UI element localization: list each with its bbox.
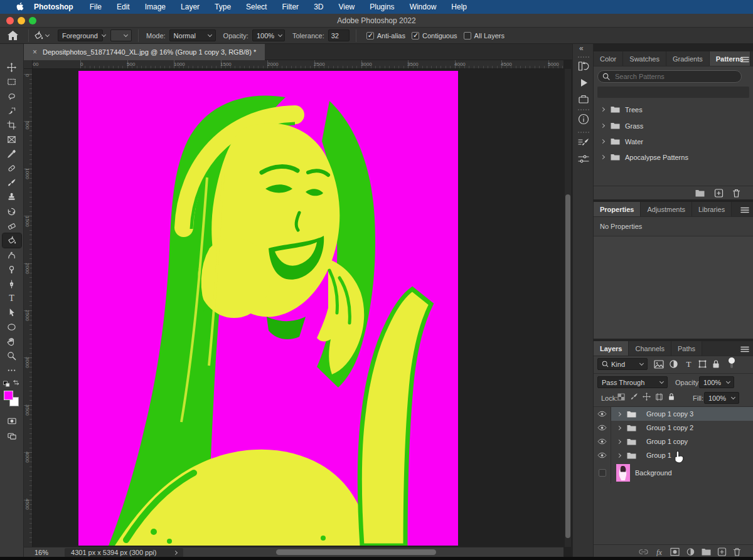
menu-item-file[interactable]: File (90, 3, 102, 11)
tab-adjustments[interactable]: Adjustments (641, 202, 692, 216)
trash-icon[interactable] (732, 189, 741, 198)
type-tool[interactable]: T (3, 291, 21, 305)
spot-healing-brush-tool[interactable] (3, 161, 21, 176)
chevron-right-icon[interactable] (601, 107, 605, 112)
lock-transparency-icon[interactable] (617, 393, 625, 401)
new-adjustment-layer-icon[interactable] (686, 547, 695, 556)
lock-artboard-icon[interactable] (655, 393, 663, 401)
fill-source-dropdown[interactable]: Foreground (58, 29, 103, 41)
blend-mode-dropdown[interactable]: Pass Through (597, 376, 668, 388)
pattern-picker-dropdown[interactable] (110, 29, 132, 41)
chevron-right-icon[interactable] (601, 155, 605, 159)
tolerance-input[interactable] (328, 29, 350, 41)
chevron-right-icon[interactable] (601, 139, 605, 144)
new-pattern-icon[interactable] (714, 189, 724, 198)
menu-item-help[interactable]: Help (451, 3, 467, 11)
all-layers-checkbox[interactable] (464, 32, 471, 40)
visibility-toggle[interactable] (594, 421, 611, 435)
filter-smart-objects-icon[interactable] (712, 359, 720, 369)
object-selection-tool[interactable] (3, 103, 21, 118)
crop-tool[interactable] (3, 118, 21, 132)
lasso-tool[interactable] (3, 89, 21, 103)
layer-filter-kind-dropdown[interactable]: Kind (597, 358, 648, 370)
quick-mask-button[interactable] (3, 414, 21, 428)
opacity-dropdown[interactable]: 100% (252, 29, 285, 41)
lock-position-icon[interactable] (643, 393, 651, 401)
menu-item-filter[interactable]: Filter (282, 3, 299, 11)
visibility-toggle[interactable] (594, 435, 611, 448)
tool-preset-chevron-icon[interactable] (45, 33, 50, 37)
menu-item-window[interactable]: Window (410, 3, 437, 11)
menu-item-3d[interactable]: 3D (314, 3, 323, 11)
mode-dropdown[interactable]: Normal (169, 29, 216, 41)
brush-tool[interactable] (3, 176, 21, 190)
contiguous-checkbox[interactable] (412, 32, 419, 40)
clone-stamp-tool[interactable] (3, 190, 21, 204)
pattern-folder-row[interactable]: Apocalypse Patterns (594, 149, 753, 165)
layer-filter-toggle[interactable] (727, 357, 737, 369)
actions-panel-icon[interactable] (577, 77, 590, 89)
layer-effects-icon[interactable]: fx (654, 547, 664, 556)
visibility-toggle[interactable] (594, 448, 611, 462)
layer-row-background[interactable]: Background (594, 462, 753, 483)
tab-gradients[interactable]: Gradients (666, 51, 710, 66)
tab-color[interactable]: Color (594, 51, 623, 66)
panel-menu-icon[interactable] (740, 56, 749, 63)
vertical-scrollbar[interactable] (565, 69, 571, 547)
filter-pixel-layers-icon[interactable] (654, 360, 664, 369)
tab-swatches[interactable]: Swatches (623, 51, 666, 66)
document-info[interactable]: 4301 px x 5394 px (300 ppi) (65, 548, 183, 557)
screen-mode-button[interactable] (3, 428, 21, 443)
eyedropper-tool[interactable] (3, 147, 21, 161)
pattern-search[interactable] (597, 70, 742, 83)
history-panel-icon[interactable] (577, 60, 590, 73)
collapse-panels-icon[interactable]: « (579, 44, 584, 53)
layer-row-group-1-copy[interactable]: Group 1 copy (594, 435, 753, 448)
panel-menu-icon[interactable] (740, 346, 749, 352)
fill-dropdown[interactable]: 100% (704, 392, 739, 404)
tab-libraries[interactable]: Libraries (692, 202, 732, 216)
horizontal-scrollbar-thumb[interactable] (276, 549, 436, 555)
menu-item-select[interactable]: Select (246, 3, 267, 11)
layer-row-group-1-copy-3[interactable]: Group 1 copy 3 (594, 407, 753, 421)
smudge-tool[interactable] (3, 248, 21, 262)
filter-shape-layers-icon[interactable] (698, 359, 707, 369)
canvas-artwork[interactable] (78, 71, 458, 546)
pattern-folder-row[interactable]: Trees (594, 102, 753, 117)
vertical-scrollbar-thumb[interactable] (565, 194, 570, 538)
menu-item-plugins[interactable]: Plugins (370, 3, 394, 11)
menu-item-edit[interactable]: Edit (117, 3, 130, 11)
layer-thumbnail[interactable] (616, 464, 630, 482)
horizontal-ruler[interactable]: 500 0 500 1000 1500 2000 2500 3000 3500 … (24, 60, 563, 69)
document-tab[interactable]: × Depositphotos_518717440_XL.jpg @ 16% (… (24, 44, 265, 60)
menu-item-layer[interactable]: Layer (181, 3, 200, 11)
zoom-level[interactable]: 16% (35, 549, 48, 556)
zoom-tool[interactable] (3, 349, 21, 363)
chevron-right-icon[interactable] (601, 124, 605, 128)
tool-presets-panel-icon[interactable] (577, 153, 590, 166)
foreground-color-swatch[interactable] (4, 391, 13, 400)
menu-item-type[interactable]: Type (215, 3, 231, 11)
brush-settings-panel-icon[interactable] (577, 137, 590, 149)
paint-bucket-tool[interactable] (3, 233, 21, 248)
filter-type-layers-icon[interactable]: T (684, 359, 693, 369)
pattern-search-input[interactable] (614, 72, 727, 81)
anti-alias-checkbox[interactable] (366, 32, 374, 40)
pattern-folder-row[interactable]: Water (594, 134, 753, 149)
menu-item-photoshop[interactable]: Photoshop (34, 3, 73, 11)
menu-item-view[interactable]: View (338, 3, 355, 11)
pen-tool[interactable] (3, 277, 21, 291)
apple-icon[interactable] (16, 3, 24, 11)
libraries-panel-icon[interactable] (577, 93, 590, 105)
hand-tool[interactable] (3, 334, 21, 349)
home-icon[interactable] (8, 31, 18, 40)
link-layers-icon[interactable] (639, 547, 648, 556)
tab-layers[interactable]: Layers (594, 341, 629, 356)
history-brush-tool[interactable] (3, 204, 21, 219)
layer-row-group-1-copy-2[interactable]: Group 1 copy 2 (594, 421, 753, 435)
chevron-right-icon[interactable] (173, 550, 178, 554)
move-tool[interactable] (3, 60, 21, 75)
close-tab-icon[interactable]: × (33, 48, 37, 56)
lock-paint-icon[interactable] (630, 393, 638, 401)
filter-adjustment-layers-icon[interactable] (669, 359, 678, 369)
